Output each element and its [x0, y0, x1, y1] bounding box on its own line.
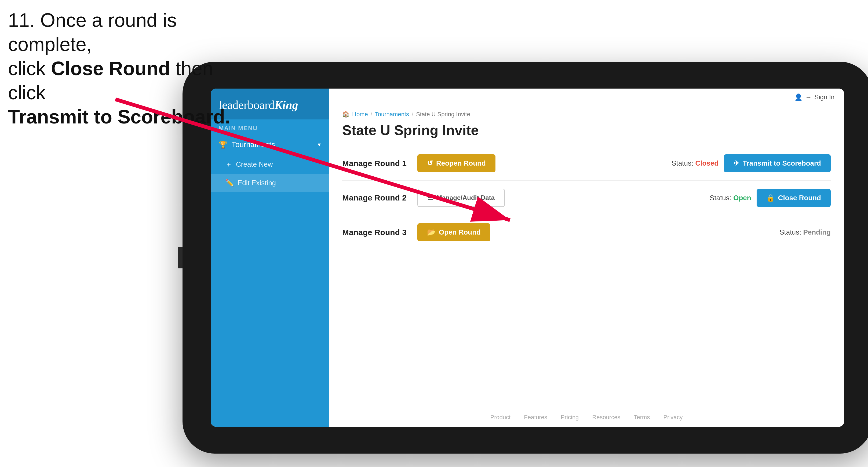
- sidebar-item-tournaments[interactable]: 🏆 Tournaments ▾: [211, 134, 329, 155]
- breadcrumb-sep-2: /: [412, 111, 413, 118]
- breadcrumb-current: State U Spring Invite: [416, 111, 470, 118]
- footer-product[interactable]: Product: [490, 414, 510, 421]
- round-1-title: Manage Round 1: [342, 159, 412, 168]
- breadcrumb-sep-1: /: [371, 111, 372, 118]
- audit-icon: ☰: [428, 194, 433, 201]
- open-icon: 📂: [427, 228, 436, 237]
- footer-resources[interactable]: Resources: [592, 414, 620, 421]
- tablet-side-button: [178, 247, 183, 269]
- lock-icon: 🔒: [766, 194, 775, 202]
- audit-label: Manage/Audit Data: [437, 194, 495, 201]
- logo-king: King: [275, 98, 298, 112]
- breadcrumb: 🏠 Home / Tournaments / State U Spring In…: [329, 106, 844, 121]
- app-container: leaderboardKing MAIN MENU 🏆 Tournaments …: [211, 89, 844, 427]
- reopen-icon: ↺: [427, 159, 433, 167]
- instruction-line2: click Close Round then click: [8, 58, 213, 103]
- transmit-label: Transmit to Scoreboard: [743, 159, 821, 167]
- sidebar-item-edit-existing[interactable]: ✏️ Edit Existing: [211, 174, 329, 192]
- signin-arrow-icon: →: [805, 93, 812, 101]
- instruction-close-bold: Close Round: [51, 58, 170, 79]
- round-3-status-label: Status: Pending: [779, 228, 831, 237]
- edit-icon: ✏️: [225, 179, 234, 187]
- round-2-title: Manage Round 2: [342, 193, 412, 203]
- sidebar: leaderboardKing MAIN MENU 🏆 Tournaments …: [211, 89, 329, 427]
- instruction-transmit-bold: Transmit to Scoreboard.: [8, 106, 230, 127]
- round-3-title: Manage Round 3: [342, 228, 412, 237]
- round-3-status-area: Status: Pending: [779, 228, 831, 237]
- sidebar-item-create-new[interactable]: ＋ Create New: [211, 155, 329, 174]
- round-3-buttons: 📂 Open Round: [417, 223, 774, 241]
- reopen-round-button[interactable]: ↺ Reopen Round: [417, 154, 495, 172]
- tablet-device: leaderboardKing MAIN MENU 🏆 Tournaments …: [183, 62, 868, 454]
- round-1-status-label: Status: Closed: [672, 159, 718, 167]
- transmit-to-scoreboard-button[interactable]: ✈ Transmit to Scoreboard: [724, 154, 831, 172]
- footer-terms[interactable]: Terms: [634, 414, 650, 421]
- round-1-status-value: Closed: [695, 159, 718, 167]
- topbar: 👤 → Sign In: [329, 89, 844, 106]
- create-new-label: Create New: [236, 160, 273, 168]
- close-round-button[interactable]: 🔒 Close Round: [756, 189, 831, 207]
- round-2-status-area: Status: Open 🔒 Close Round: [710, 189, 831, 207]
- content-area: Manage Round 1 ↺ Reopen Round Status: Cl…: [329, 146, 844, 408]
- footer: Product Features Pricing Resources Terms…: [329, 408, 844, 427]
- sidebar-tournaments-label: Tournaments: [231, 141, 275, 149]
- user-icon: 👤: [795, 93, 803, 101]
- footer-pricing[interactable]: Pricing: [561, 414, 579, 421]
- open-round-label: Open Round: [439, 228, 481, 237]
- page-title: State U Spring Invite: [329, 121, 844, 146]
- round-2-status-label: Status: Open: [710, 194, 751, 202]
- chevron-down-icon: ▾: [318, 141, 321, 148]
- signin-button[interactable]: 👤 → Sign In: [795, 93, 834, 101]
- manage-audit-data-button[interactable]: ☰ Manage/Audit Data: [417, 189, 505, 207]
- round-1-section: Manage Round 1 ↺ Reopen Round Status: Cl…: [342, 146, 831, 181]
- round-3-status-value: Pending: [803, 228, 831, 236]
- plus-icon: ＋: [225, 160, 232, 169]
- instruction-line1: 11. Once a round is complete,: [8, 9, 177, 55]
- round-1-status-area: Status: Closed ✈ Transmit to Scoreboard: [672, 154, 831, 172]
- tablet-screen: leaderboardKing MAIN MENU 🏆 Tournaments …: [211, 89, 844, 427]
- signin-label: Sign In: [814, 93, 834, 101]
- footer-features[interactable]: Features: [524, 414, 547, 421]
- round-1-buttons: ↺ Reopen Round: [417, 154, 666, 172]
- round-3-section: Manage Round 3 📂 Open Round Status: Pend…: [342, 215, 831, 249]
- round-2-status-value: Open: [733, 194, 751, 202]
- trophy-icon: 🏆: [219, 141, 227, 149]
- breadcrumb-home[interactable]: Home: [352, 111, 368, 118]
- home-icon: 🏠: [342, 111, 349, 118]
- instruction-text: 11. Once a round is complete, click Clos…: [8, 8, 250, 129]
- main-content: 👤 → Sign In 🏠 Home / Tournaments / State…: [329, 89, 844, 427]
- round-2-buttons: ☰ Manage/Audit Data: [417, 189, 704, 207]
- edit-existing-label: Edit Existing: [238, 179, 276, 187]
- open-round-button[interactable]: 📂 Open Round: [417, 223, 490, 241]
- close-round-label: Close Round: [778, 194, 821, 202]
- breadcrumb-tournaments[interactable]: Tournaments: [375, 111, 409, 118]
- round-2-section: Manage Round 2 ☰ Manage/Audit Data Statu…: [342, 181, 831, 215]
- footer-privacy[interactable]: Privacy: [663, 414, 683, 421]
- transmit-icon: ✈: [734, 159, 739, 167]
- reopen-label: Reopen Round: [436, 159, 486, 167]
